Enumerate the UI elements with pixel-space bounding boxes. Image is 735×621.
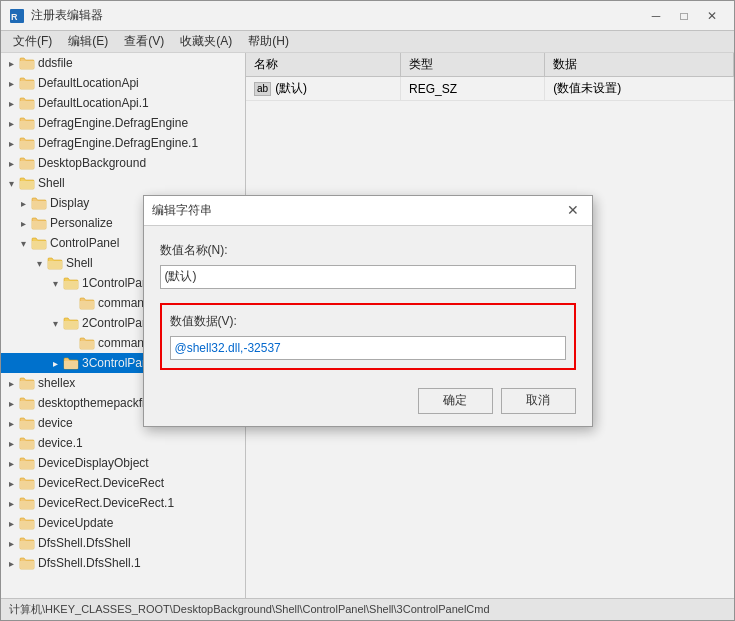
edit-string-dialog: 编辑字符串 ✕ 数值名称(N): 数值数据(V): 确定 取消: [143, 195, 593, 427]
dialog-close-button[interactable]: ✕: [562, 200, 584, 220]
data-input[interactable]: [170, 336, 566, 360]
dialog-title-text: 编辑字符串: [152, 202, 212, 219]
dialog-buttons: 确定 取消: [160, 384, 576, 414]
name-input[interactable]: [160, 265, 576, 289]
value-section: 数值数据(V):: [160, 303, 576, 370]
data-label: 数值数据(V):: [170, 313, 566, 330]
name-label: 数值名称(N):: [160, 242, 576, 259]
modal-overlay: 编辑字符串 ✕ 数值名称(N): 数值数据(V): 确定 取消: [0, 0, 735, 621]
dialog-body: 数值名称(N): 数值数据(V): 确定 取消: [144, 226, 592, 426]
ok-button[interactable]: 确定: [418, 388, 493, 414]
dialog-title-bar: 编辑字符串 ✕: [144, 196, 592, 226]
cancel-button[interactable]: 取消: [501, 388, 576, 414]
